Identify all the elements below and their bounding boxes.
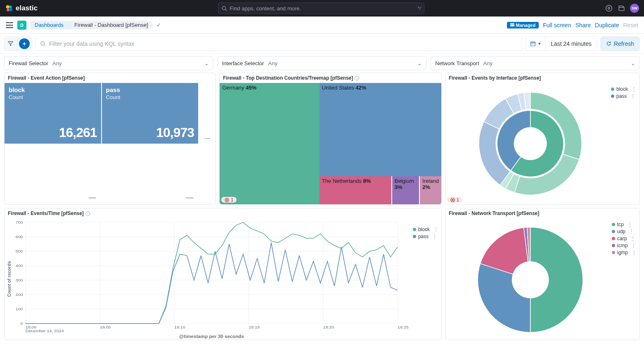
- time-range-text: Last 24 minutes: [546, 40, 597, 47]
- brand-name: elastic: [16, 4, 38, 12]
- dashboard-grid: Firewall - Event Action [pfSense] block …: [0, 73, 644, 344]
- svg-text:18:05: 18:05: [100, 325, 111, 329]
- info-icon[interactable]: i: [85, 211, 90, 216]
- search-shortcut: ^/: [417, 6, 421, 11]
- empty-tile: —: [5, 144, 102, 204]
- elastic-logo-icon: [5, 4, 13, 12]
- control-interface-selector[interactable]: Interface Selector Any ⌄: [218, 56, 427, 70]
- managed-badge: Managed: [507, 22, 539, 28]
- legend: block⋮pass⋮: [413, 227, 438, 239]
- search-placeholder: Find apps, content, and more.: [230, 5, 301, 12]
- svg-text:100: 100: [16, 307, 23, 311]
- chevron-down-icon: ▼: [537, 42, 541, 46]
- share-button[interactable]: Share: [575, 22, 591, 28]
- svg-text:18:15: 18:15: [249, 325, 260, 329]
- panel-events-by-interface: Firewall - Events by Interface [pfSense]…: [445, 73, 640, 205]
- legend: block⋮pass⋮: [611, 86, 636, 99]
- svg-point-4: [223, 6, 226, 9]
- panel-title-text: Firewall - Top Destination Countries/Tre…: [223, 75, 353, 81]
- control-firewall-selector[interactable]: Firewall Selector Any ⌄: [4, 56, 213, 70]
- svg-point-0: [6, 5, 9, 9]
- panel-title-text: Firewall - Events by Interface [pfSense]: [449, 75, 541, 81]
- svg-text:18:20: 18:20: [323, 325, 334, 329]
- chevron-down-icon: ⌄: [631, 60, 635, 66]
- panel-title-text: Firewall - Event Action [pfSense]: [8, 75, 85, 81]
- treemap-chart[interactable]: Germany 45%United States 42%The Netherla…: [220, 83, 441, 204]
- control-value: Any: [268, 60, 418, 66]
- control-label: Firewall Selector: [9, 60, 48, 66]
- fullscreen-button[interactable]: Full screen: [543, 22, 571, 28]
- global-search[interactable]: Find apps, content, and more. ^/: [218, 2, 424, 14]
- breadcrumb-current: Firewall - Dashboard [pfSense]: [68, 21, 152, 29]
- app-badge[interactable]: D: [17, 21, 26, 30]
- reset-button[interactable]: Reset: [623, 22, 638, 28]
- chevron-down-icon: ⌄: [204, 60, 209, 66]
- svg-rect-12: [531, 42, 535, 46]
- metric-tile-pass[interactable]: pass Count 10,973: [102, 83, 199, 144]
- saved-check-icon: ✓: [156, 22, 161, 28]
- svg-point-7: [608, 7, 610, 9]
- donut-chart-interface[interactable]: [445, 83, 639, 204]
- global-header: elastic Find apps, content, and more. ^/…: [0, 0, 644, 17]
- svg-point-10: [41, 41, 45, 45]
- metric-overflow: —: [199, 83, 215, 144]
- error-badge[interactable]: 1: [447, 197, 462, 203]
- control-network-transport[interactable]: Network Transport Any ⌄: [431, 56, 640, 70]
- svg-text:300: 300: [16, 278, 23, 282]
- nav-toggle-icon[interactable]: [6, 22, 13, 28]
- search-icon: [222, 6, 227, 11]
- svg-line-11: [44, 45, 46, 46]
- chevron-down-icon: ⌄: [417, 60, 422, 66]
- svg-rect-8: [510, 24, 514, 26]
- error-badge[interactable]: 1: [221, 197, 237, 203]
- kql-placeholder: Filter your data using KQL syntax: [49, 40, 134, 47]
- newsfeed-icon[interactable]: [618, 5, 625, 12]
- search-icon: [40, 41, 46, 47]
- kql-input[interactable]: Filter your data using KQL syntax: [36, 36, 522, 51]
- managed-icon: [510, 23, 514, 27]
- svg-point-2: [7, 9, 9, 12]
- svg-line-5: [225, 9, 227, 10]
- breadcrumb-dashboards[interactable]: Dashboards: [31, 21, 68, 29]
- metric-tile-block[interactable]: block Count 16,261: [5, 83, 102, 144]
- time-picker[interactable]: ▼ Last 24 minutes: [526, 36, 597, 51]
- control-label: Interface Selector: [222, 60, 264, 66]
- panel-treemap: Firewall - Top Destination Countries/Tre…: [219, 73, 442, 205]
- breadcrumb-bar: D Dashboards Firewall - Dashboard [pfSen…: [0, 17, 644, 34]
- control-value: Any: [52, 60, 204, 66]
- svg-point-6: [606, 5, 612, 12]
- duplicate-button[interactable]: Duplicate: [595, 22, 619, 28]
- panel-events-time: Firewall - Events/Time [pfSense] i 01002…: [4, 208, 442, 340]
- empty-tile: —: [102, 144, 199, 204]
- add-filter-button[interactable]: +: [19, 38, 30, 49]
- svg-text:@timestamp per 30 seconds: @timestamp per 30 seconds: [179, 334, 244, 339]
- refresh-button[interactable]: Refresh: [600, 36, 640, 51]
- avatar-initials: SW: [632, 6, 638, 10]
- panel-event-action: Firewall - Event Action [pfSense] block …: [4, 73, 216, 205]
- svg-text:0: 0: [21, 321, 23, 326]
- panel-title-text: Firewall - Events/Time [pfSense]: [8, 210, 84, 216]
- dashboard-controls: Firewall Selector Any ⌄ Interface Select…: [0, 54, 644, 73]
- elastic-logo[interactable]: elastic: [5, 4, 38, 12]
- info-icon[interactable]: i: [355, 76, 359, 80]
- donut-chart-transport[interactable]: [445, 218, 639, 340]
- svg-text:Count of records: Count of records: [6, 261, 11, 297]
- filter-bar: + Filter your data using KQL syntax ▼ La…: [0, 34, 644, 54]
- calendar-icon[interactable]: ▼: [526, 37, 546, 51]
- help-icon[interactable]: [605, 5, 613, 12]
- svg-text:400: 400: [16, 263, 23, 268]
- control-value: Any: [483, 60, 631, 66]
- svg-text:December 14, 2024: December 14, 2024: [26, 329, 64, 333]
- user-avatar[interactable]: SW: [630, 4, 639, 13]
- legend: tcp⋮udp⋮carp⋮icmp⋮igmp⋮: [612, 222, 636, 255]
- svg-text:500: 500: [16, 249, 23, 253]
- svg-point-1: [9, 5, 12, 8]
- refresh-icon: [606, 41, 611, 46]
- panel-network-transport: Firewall - Network Transport [pfSense] t…: [445, 208, 640, 340]
- svg-text:700: 700: [16, 220, 23, 225]
- svg-text:200: 200: [16, 292, 23, 297]
- line-chart[interactable]: 010020030040050060070018:0018:0518:1018:…: [5, 218, 441, 340]
- svg-rect-9: [510, 23, 514, 24]
- control-label: Network Transport: [435, 60, 479, 66]
- filter-icon[interactable]: [5, 37, 17, 51]
